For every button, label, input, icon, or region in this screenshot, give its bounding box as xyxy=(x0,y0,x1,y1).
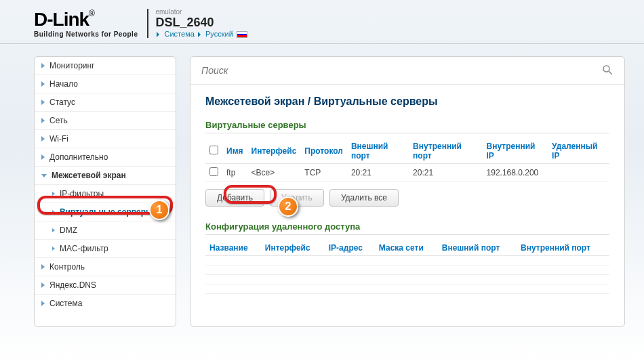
vs-table: Имя Интерфейс Протокол Внешний порт Внут… xyxy=(205,139,609,182)
chevron-right-icon xyxy=(41,282,45,288)
bc-system[interactable]: Система xyxy=(165,30,195,38)
page-title: Межсетевой экран / Виртуальные серверы xyxy=(205,95,609,108)
sidebar-item-label: Яндекс.DNS xyxy=(49,280,96,290)
vs-row-checkbox[interactable] xyxy=(209,167,218,176)
sidebar-sub-ipfilters[interactable]: IP-фильтры xyxy=(35,185,176,203)
sidebar-item-label: Мониторинг xyxy=(49,61,95,70)
table-row xyxy=(205,284,609,294)
sidebar-item-label: Статус xyxy=(49,98,75,107)
chevron-right-icon xyxy=(41,81,45,87)
sidebar-item-label: Система xyxy=(49,299,82,308)
sidebar-sub-label: MAC-фильтр xyxy=(60,244,108,253)
button-row: Добавить Удалить Удалить все xyxy=(205,189,609,207)
search-row xyxy=(190,57,624,85)
chevron-right-icon xyxy=(52,228,55,232)
svg-point-0 xyxy=(603,66,609,72)
sidebar-item-label: Межсетевой экран xyxy=(52,171,126,180)
logo-reg: ® xyxy=(89,9,95,18)
chevron-right-icon xyxy=(41,100,45,105)
chevron-right-icon xyxy=(41,118,45,123)
section-vs-title: Виртуальные серверы xyxy=(205,120,609,133)
table-row[interactable]: ftp <Все> TCP 20:21 20:21 192.168.0.200 xyxy=(205,164,609,182)
vs-th-iface[interactable]: Интерфейс xyxy=(247,139,301,164)
sidebar-sub-dmz[interactable]: DMZ xyxy=(35,221,176,240)
flag-ru-icon xyxy=(237,31,247,38)
delete-button[interactable]: Удалить xyxy=(270,189,324,207)
sidebar-sub-label: DMZ xyxy=(60,226,77,235)
sidebar-item-label: Wi-Fi xyxy=(49,134,68,144)
vs-checkbox-all[interactable] xyxy=(209,146,218,154)
chevron-right-icon xyxy=(41,136,45,142)
sidebar-sub-label: Виртуальные серверы xyxy=(60,207,153,217)
sidebar-item-wifi[interactable]: Wi-Fi xyxy=(35,130,176,148)
sidebar-item-label: Сеть xyxy=(49,116,68,125)
ra-th-mask[interactable]: Маска сети xyxy=(375,240,438,256)
chevron-right-icon xyxy=(52,192,55,196)
table-row xyxy=(205,265,609,275)
search-input[interactable] xyxy=(199,62,616,79)
section-ra-title: Конфигурация удаленного доступа xyxy=(205,221,609,235)
vs-cell-proto: TCP xyxy=(300,164,347,182)
header: D-Link® Building Networks for People emu… xyxy=(0,0,644,44)
bc-language[interactable]: Русский xyxy=(205,30,233,38)
chevron-right-icon xyxy=(157,32,159,37)
chevron-right-icon xyxy=(41,154,45,160)
ra-th-name[interactable]: Название xyxy=(205,240,261,256)
sidebar-item-start[interactable]: Начало xyxy=(35,75,176,93)
sidebar: Мониторинг Начало Статус Сеть Wi-Fi Допо… xyxy=(34,56,176,327)
sidebar-item-firewall[interactable]: Межсетевой экран xyxy=(35,167,176,185)
sidebar-sub-macfilter[interactable]: MAC-фильтр xyxy=(35,240,176,258)
chevron-right-icon xyxy=(41,301,45,306)
sidebar-item-label: Начало xyxy=(49,79,78,89)
ra-th-iface[interactable]: Интерфейс xyxy=(261,240,325,256)
sidebar-item-advanced[interactable]: Дополнительно xyxy=(35,148,176,167)
sidebar-sub-label: IP-фильтры xyxy=(60,189,104,198)
vs-th-ip[interactable]: Внутренний IP xyxy=(483,139,548,164)
chevron-right-icon xyxy=(198,32,201,37)
vs-cell-name: ftp xyxy=(222,164,247,182)
chevron-right-icon xyxy=(41,264,45,270)
header-info: emulator DSL_2640 Система Русский xyxy=(155,8,247,38)
model-label: DSL_2640 xyxy=(155,16,247,30)
vs-th-proto[interactable]: Протокол xyxy=(300,139,347,164)
sidebar-item-yandexdns[interactable]: Яндекс.DNS xyxy=(35,276,176,295)
vs-cell-rip xyxy=(548,164,609,182)
vs-th-name[interactable]: Имя xyxy=(222,139,247,164)
sidebar-item-monitoring[interactable]: Мониторинг xyxy=(35,57,176,75)
vs-cell-iface: <Все> xyxy=(247,164,301,182)
vs-cell-int: 20:21 xyxy=(409,164,482,182)
chevron-right-icon xyxy=(52,247,55,251)
table-row xyxy=(205,256,609,265)
svg-line-1 xyxy=(609,71,612,74)
ra-th-ext[interactable]: Внешний порт xyxy=(438,240,517,256)
logo-text: D-Link xyxy=(34,9,89,30)
chevron-right-icon xyxy=(52,210,55,214)
breadcrumb: Система Русский xyxy=(155,30,247,38)
chevron-right-icon xyxy=(41,63,45,68)
vs-th-ext[interactable]: Внешний порт xyxy=(347,139,409,164)
add-button[interactable]: Добавить xyxy=(205,189,264,207)
vs-cell-ext: 20:21 xyxy=(347,164,409,182)
logo-tagline: Building Networks for People xyxy=(34,30,138,38)
logo: D-Link® Building Networks for People xyxy=(34,9,148,38)
sidebar-item-label: Контроль xyxy=(49,262,85,272)
vs-th-int[interactable]: Внутренний порт xyxy=(409,139,482,164)
ra-th-int[interactable]: Внутренний порт xyxy=(517,240,609,256)
vs-th-rip[interactable]: Удаленный IP xyxy=(548,139,609,164)
sidebar-sub-virtualservers[interactable]: Виртуальные серверы xyxy=(35,203,176,221)
delete-all-button[interactable]: Удалить все xyxy=(329,189,399,207)
main-panel: Межсетевой экран / Виртуальные серверы В… xyxy=(190,56,625,327)
chevron-down-icon xyxy=(41,174,47,177)
vs-cell-ip: 192.168.0.200 xyxy=(483,164,548,182)
sidebar-item-status[interactable]: Статус xyxy=(35,93,176,112)
ra-th-ip[interactable]: IP-адрес xyxy=(325,240,375,256)
sidebar-item-label: Дополнительно xyxy=(49,152,108,162)
sidebar-item-system[interactable]: Система xyxy=(35,295,176,312)
ra-table: Название Интерфейс IP-адрес Маска сети В… xyxy=(205,240,609,294)
sidebar-item-control[interactable]: Контроль xyxy=(35,258,176,276)
sidebar-item-network[interactable]: Сеть xyxy=(35,112,176,130)
table-row xyxy=(205,275,609,284)
emulator-label: emulator xyxy=(155,8,247,16)
search-icon[interactable] xyxy=(601,64,613,76)
